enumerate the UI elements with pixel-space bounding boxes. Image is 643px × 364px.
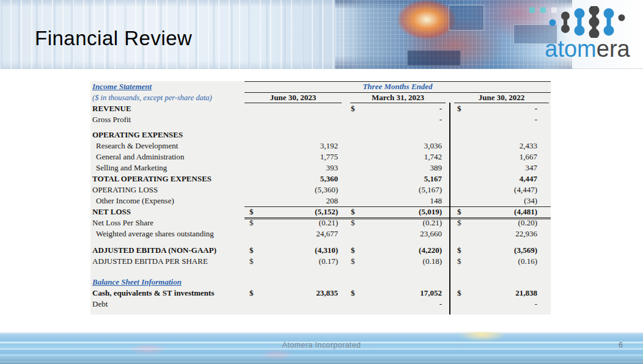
dollar-sign: $: [457, 206, 461, 217]
table-cell: [346, 129, 450, 140]
row-label: ADJUSTED EBITDA PER SHARE: [90, 256, 244, 267]
table-cell: $-: [450, 103, 551, 114]
cell-value: (5,167): [419, 184, 442, 195]
table-cell: 208: [244, 195, 346, 207]
dollar-sign: $: [351, 217, 355, 228]
cell-value: 23,835: [316, 288, 338, 299]
cell-value: 23,660: [420, 228, 442, 239]
dollar-sign: $: [249, 217, 254, 228]
table-cell: [244, 129, 346, 140]
atomera-logo: atomera: [535, 5, 640, 60]
table-cell: $-: [346, 103, 450, 114]
cell-value: 1,667: [520, 151, 537, 162]
table-cell: $(4,310): [244, 245, 346, 256]
footer-bar: Atomera Incorporated 6: [0, 332, 643, 361]
row-label: Research & Development: [90, 140, 244, 151]
cell-value: 393: [326, 162, 339, 173]
footer-company-name: Atomera Incorporated: [0, 341, 643, 349]
table-cell: $(0.21): [244, 217, 346, 228]
table-cell: [244, 299, 346, 310]
table-cell: 148: [346, 195, 450, 207]
column-header: March 31, 2023: [350, 93, 446, 103]
cell-value: 21,838: [515, 288, 537, 299]
cell-value: (5,019): [419, 206, 442, 217]
table-row: Research & Development3,1923,0362,433: [90, 140, 551, 151]
table-cell: $(0.16): [450, 256, 551, 267]
row-label: Other Income (Expense): [90, 195, 244, 207]
income-statement-title: Income Statement: [90, 81, 244, 93]
dollar-sign: $: [351, 288, 355, 299]
cell-value: (5,360): [315, 184, 338, 195]
cell-value: (0.16): [518, 256, 537, 267]
column-divider-line: [449, 103, 450, 315]
table-cell: [244, 103, 346, 114]
cell-value: 3,036: [424, 140, 442, 151]
table-cell: 22,936: [450, 228, 551, 239]
table-cell: -: [346, 299, 450, 310]
table-cell: $(0.17): [244, 256, 346, 267]
column-header: June 30, 2022: [454, 93, 549, 103]
table-cell: 347: [450, 162, 551, 173]
table-cell: $(0.21): [346, 217, 450, 228]
table-cell: 1,775: [244, 151, 346, 162]
row-label: OPERATING EXPENSES: [90, 129, 244, 140]
row-label: Debt: [90, 299, 244, 310]
column-header: June 30, 2023: [244, 93, 342, 103]
table-cell: (34): [450, 195, 551, 207]
slide-bottom-edge: [0, 361, 643, 364]
table-cell: [450, 277, 551, 288]
dollar-sign: $: [351, 256, 355, 267]
table-cell: 2,433: [450, 140, 551, 151]
table-cell: $(3,569): [450, 245, 551, 256]
cell-value: (3,569): [514, 245, 537, 256]
table-cell: $21,838: [450, 288, 551, 299]
cell-value: -: [535, 299, 537, 310]
table-row: OPERATING LOSS(5,360)(5,167)(4,447): [90, 184, 551, 195]
cell-value: (0.17): [319, 256, 338, 267]
row-label: General and Administration: [90, 151, 244, 162]
table-cell: 1,742: [346, 151, 450, 162]
row-label: Cash, equivalents & ST investments: [90, 288, 244, 299]
logo-wordmark: atomera: [535, 38, 640, 60]
balance-sheet-section-title: Balance Sheet Information: [90, 277, 244, 288]
cell-value: -: [439, 103, 442, 114]
cell-value: 347: [526, 162, 538, 173]
cell-value: (0.21): [423, 217, 442, 228]
dollar-sign: $: [457, 245, 461, 256]
row-label: Net Loss Per Share: [90, 217, 244, 228]
cell-value: -: [535, 114, 537, 125]
row-label: Selling and Marketing: [90, 162, 244, 173]
cell-value: 1,775: [320, 151, 338, 162]
table-cell: 1,667: [450, 151, 551, 162]
table-cell: 5,360: [244, 173, 346, 184]
dollar-sign: $: [457, 288, 461, 299]
table-cell: 5,167: [346, 173, 450, 184]
dollar-sign: $: [351, 245, 355, 256]
dollar-sign: $: [249, 256, 254, 267]
molecule-icon: [548, 6, 627, 38]
table-row: REVENUE$-$-: [90, 103, 551, 114]
table-row: ADJUSTED EBITDA PER SHARE$(0.17)$(0.18)$…: [90, 256, 551, 267]
table-row: NET LOSS$(5,152)$(5,019)$(4,481): [90, 206, 551, 217]
cell-value: 24,677: [316, 228, 338, 239]
row-label: ADJUSTED EBITDA (NON-GAAP): [90, 245, 244, 256]
cell-value: 17,052: [420, 288, 442, 299]
cell-value: 208: [326, 195, 339, 206]
table-cell: 3,192: [244, 140, 346, 151]
cell-value: 4,447: [520, 173, 537, 184]
table-cell: 3,036: [346, 140, 450, 151]
table-cell: 24,677: [244, 228, 346, 239]
cell-value: (4,481): [514, 206, 537, 217]
table-row: Weighted average shares outstanding24,67…: [90, 228, 551, 239]
cell-value: 389: [430, 162, 443, 173]
dollar-sign: $: [351, 206, 355, 217]
dollar-sign: $: [457, 217, 461, 228]
page-title: Financial Review: [35, 27, 192, 50]
table-row: Other Income (Expense)208148(34): [90, 195, 551, 206]
table-cell: 393: [244, 162, 346, 173]
dollar-sign: $: [457, 103, 461, 114]
dollar-sign: $: [249, 206, 254, 217]
cell-value: -: [535, 103, 537, 114]
cell-value: (4,310): [315, 245, 338, 256]
page-number: 6: [619, 341, 623, 349]
